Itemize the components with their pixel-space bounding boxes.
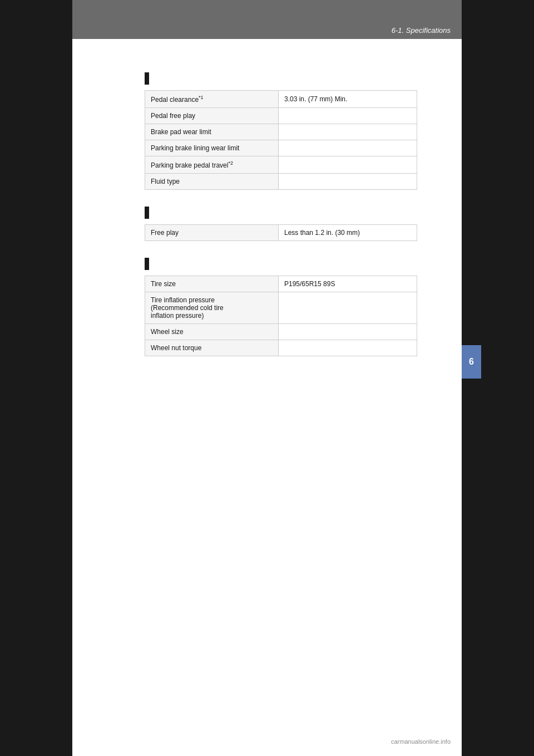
- tires-section-header: [145, 258, 417, 270]
- brake-pedal-free-play-label: Pedal free play: [145, 108, 279, 124]
- side-tab: 6: [462, 345, 481, 379]
- header-bar: 6-1. Specifications: [72, 0, 462, 39]
- watermark-text: carmanualsonline.info: [391, 738, 451, 745]
- section-bar-brake: [145, 72, 149, 85]
- tire-inflation-value: [279, 292, 417, 324]
- table-row: Fluid type: [145, 174, 417, 190]
- brake-pedal-free-play-value: [279, 108, 417, 124]
- brake-pedal-clearance-label: Pedal clearance*1: [145, 91, 279, 108]
- main-content: Pedal clearance*1 3.03 in. (77 mm) Min. …: [72, 39, 462, 384]
- header-title: 6-1. Specifications: [392, 26, 451, 35]
- fluid-type-value: [279, 174, 417, 190]
- wheel-size-label: Wheel size: [145, 324, 279, 340]
- free-play-label: Free play: [145, 225, 279, 241]
- parking-brake-pedal-value: [279, 156, 417, 174]
- table-row: Parking brake lining wear limit: [145, 140, 417, 156]
- section-bar-tires: [145, 258, 149, 270]
- table-row: Parking brake pedal travel*2: [145, 156, 417, 174]
- tire-size-label: Tire size: [145, 276, 279, 292]
- section-bar-steering: [145, 207, 149, 219]
- brake-pad-wear-label: Brake pad wear limit: [145, 124, 279, 140]
- wheel-size-value: [279, 324, 417, 340]
- table-row: Pedal clearance*1 3.03 in. (77 mm) Min.: [145, 91, 417, 108]
- table-row: Brake pad wear limit: [145, 124, 417, 140]
- steering-table: Free play Less than 1.2 in. (30 mm): [145, 224, 417, 241]
- tire-inflation-label: Tire inflation pressure(Recommended cold…: [145, 292, 279, 324]
- steering-section-header: [145, 207, 417, 219]
- table-row: Pedal free play: [145, 108, 417, 124]
- tire-size-value: P195/65R15 89S: [279, 276, 417, 292]
- parking-brake-lining-label: Parking brake lining wear limit: [145, 140, 279, 156]
- table-row: Wheel size: [145, 324, 417, 340]
- side-tab-label: 6: [469, 357, 474, 367]
- table-row: Tire inflation pressure(Recommended cold…: [145, 292, 417, 324]
- table-row: Wheel nut torque: [145, 340, 417, 356]
- parking-brake-pedal-label: Parking brake pedal travel*2: [145, 156, 279, 174]
- table-row: Tire size P195/65R15 89S: [145, 276, 417, 292]
- parking-brake-lining-value: [279, 140, 417, 156]
- brake-section-header: [145, 72, 417, 85]
- fluid-type-label: Fluid type: [145, 174, 279, 190]
- free-play-value: Less than 1.2 in. (30 mm): [279, 225, 417, 241]
- wheel-nut-torque-label: Wheel nut torque: [145, 340, 279, 356]
- watermark: carmanualsonline.info: [391, 738, 451, 745]
- tires-table: Tire size P195/65R15 89S Tire inflation …: [145, 276, 417, 356]
- wheel-nut-torque-value: [279, 340, 417, 356]
- table-row: Free play Less than 1.2 in. (30 mm): [145, 225, 417, 241]
- brake-table: Pedal clearance*1 3.03 in. (77 mm) Min. …: [145, 90, 417, 190]
- brake-pedal-clearance-value: 3.03 in. (77 mm) Min.: [279, 91, 417, 108]
- brake-pad-wear-value: [279, 124, 417, 140]
